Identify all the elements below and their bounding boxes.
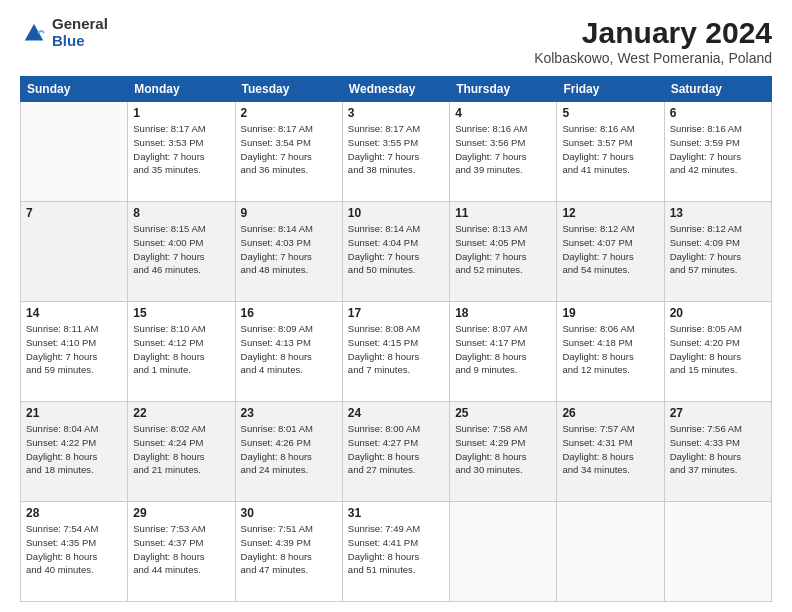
day-info: Sunrise: 7:58 AM Sunset: 4:29 PM Dayligh… [455,422,551,477]
day-info: Sunrise: 7:56 AM Sunset: 4:33 PM Dayligh… [670,422,766,477]
table-cell: 21Sunrise: 8:04 AM Sunset: 4:22 PM Dayli… [21,402,128,502]
logo-general: General [52,16,108,33]
day-number: 11 [455,206,551,220]
calendar-table: Sunday Monday Tuesday Wednesday Thursday… [20,76,772,602]
day-number: 2 [241,106,337,120]
col-tuesday: Tuesday [235,77,342,102]
table-cell: 26Sunrise: 7:57 AM Sunset: 4:31 PM Dayli… [557,402,664,502]
table-cell: 19Sunrise: 8:06 AM Sunset: 4:18 PM Dayli… [557,302,664,402]
day-number: 31 [348,506,444,520]
day-number: 18 [455,306,551,320]
table-cell: 25Sunrise: 7:58 AM Sunset: 4:29 PM Dayli… [450,402,557,502]
table-cell: 9Sunrise: 8:14 AM Sunset: 4:03 PM Daylig… [235,202,342,302]
day-info: Sunrise: 8:16 AM Sunset: 3:57 PM Dayligh… [562,122,658,177]
table-cell [450,502,557,602]
day-info: Sunrise: 8:12 AM Sunset: 4:09 PM Dayligh… [670,222,766,277]
day-info: Sunrise: 8:14 AM Sunset: 4:03 PM Dayligh… [241,222,337,277]
logo-icon [20,19,48,47]
day-number: 17 [348,306,444,320]
table-cell: 27Sunrise: 7:56 AM Sunset: 4:33 PM Dayli… [664,402,771,502]
day-number: 20 [670,306,766,320]
col-thursday: Thursday [450,77,557,102]
day-number: 21 [26,406,122,420]
day-number: 14 [26,306,122,320]
day-info: Sunrise: 8:07 AM Sunset: 4:17 PM Dayligh… [455,322,551,377]
table-cell: 17Sunrise: 8:08 AM Sunset: 4:15 PM Dayli… [342,302,449,402]
table-cell: 15Sunrise: 8:10 AM Sunset: 4:12 PM Dayli… [128,302,235,402]
day-number: 5 [562,106,658,120]
table-cell: 30Sunrise: 7:51 AM Sunset: 4:39 PM Dayli… [235,502,342,602]
day-number: 6 [670,106,766,120]
day-number: 25 [455,406,551,420]
day-info: Sunrise: 8:17 AM Sunset: 3:53 PM Dayligh… [133,122,229,177]
table-cell: 14Sunrise: 8:11 AM Sunset: 4:10 PM Dayli… [21,302,128,402]
col-wednesday: Wednesday [342,77,449,102]
day-number: 24 [348,406,444,420]
month-title: January 2024 [534,16,772,50]
day-info: Sunrise: 8:12 AM Sunset: 4:07 PM Dayligh… [562,222,658,277]
day-number: 28 [26,506,122,520]
table-cell: 13Sunrise: 8:12 AM Sunset: 4:09 PM Dayli… [664,202,771,302]
day-info: Sunrise: 8:11 AM Sunset: 4:10 PM Dayligh… [26,322,122,377]
day-number: 12 [562,206,658,220]
day-info: Sunrise: 8:05 AM Sunset: 4:20 PM Dayligh… [670,322,766,377]
table-row: 78Sunrise: 8:15 AM Sunset: 4:00 PM Dayli… [21,202,772,302]
day-info: Sunrise: 8:15 AM Sunset: 4:00 PM Dayligh… [133,222,229,277]
day-info: Sunrise: 8:01 AM Sunset: 4:26 PM Dayligh… [241,422,337,477]
table-cell [664,502,771,602]
day-number: 19 [562,306,658,320]
day-info: Sunrise: 8:17 AM Sunset: 3:54 PM Dayligh… [241,122,337,177]
day-info: Sunrise: 8:06 AM Sunset: 4:18 PM Dayligh… [562,322,658,377]
page: General Blue January 2024 Kolbaskowo, We… [0,0,792,612]
day-number: 13 [670,206,766,220]
table-cell: 31Sunrise: 7:49 AM Sunset: 4:41 PM Dayli… [342,502,449,602]
day-info: Sunrise: 7:51 AM Sunset: 4:39 PM Dayligh… [241,522,337,577]
day-number: 26 [562,406,658,420]
day-info: Sunrise: 8:14 AM Sunset: 4:04 PM Dayligh… [348,222,444,277]
table-cell: 4Sunrise: 8:16 AM Sunset: 3:56 PM Daylig… [450,102,557,202]
table-cell: 5Sunrise: 8:16 AM Sunset: 3:57 PM Daylig… [557,102,664,202]
table-cell: 6Sunrise: 8:16 AM Sunset: 3:59 PM Daylig… [664,102,771,202]
table-cell: 18Sunrise: 8:07 AM Sunset: 4:17 PM Dayli… [450,302,557,402]
day-info: Sunrise: 7:54 AM Sunset: 4:35 PM Dayligh… [26,522,122,577]
table-row: 28Sunrise: 7:54 AM Sunset: 4:35 PM Dayli… [21,502,772,602]
day-number: 8 [133,206,229,220]
day-number: 30 [241,506,337,520]
day-info: Sunrise: 8:09 AM Sunset: 4:13 PM Dayligh… [241,322,337,377]
table-row: 14Sunrise: 8:11 AM Sunset: 4:10 PM Dayli… [21,302,772,402]
day-info: Sunrise: 8:17 AM Sunset: 3:55 PM Dayligh… [348,122,444,177]
day-info: Sunrise: 8:02 AM Sunset: 4:24 PM Dayligh… [133,422,229,477]
header: General Blue January 2024 Kolbaskowo, We… [20,16,772,66]
day-number: 22 [133,406,229,420]
col-monday: Monday [128,77,235,102]
title-block: January 2024 Kolbaskowo, West Pomerania,… [534,16,772,66]
header-row: Sunday Monday Tuesday Wednesday Thursday… [21,77,772,102]
day-info: Sunrise: 8:04 AM Sunset: 4:22 PM Dayligh… [26,422,122,477]
table-cell: 10Sunrise: 8:14 AM Sunset: 4:04 PM Dayli… [342,202,449,302]
table-cell [557,502,664,602]
day-info: Sunrise: 8:16 AM Sunset: 3:59 PM Dayligh… [670,122,766,177]
table-cell: 29Sunrise: 7:53 AM Sunset: 4:37 PM Dayli… [128,502,235,602]
table-cell: 28Sunrise: 7:54 AM Sunset: 4:35 PM Dayli… [21,502,128,602]
day-info: Sunrise: 8:16 AM Sunset: 3:56 PM Dayligh… [455,122,551,177]
table-cell: 7 [21,202,128,302]
table-row: 1Sunrise: 8:17 AM Sunset: 3:53 PM Daylig… [21,102,772,202]
day-number: 29 [133,506,229,520]
table-cell: 24Sunrise: 8:00 AM Sunset: 4:27 PM Dayli… [342,402,449,502]
day-info: Sunrise: 7:53 AM Sunset: 4:37 PM Dayligh… [133,522,229,577]
day-info: Sunrise: 7:49 AM Sunset: 4:41 PM Dayligh… [348,522,444,577]
col-sunday: Sunday [21,77,128,102]
table-cell [21,102,128,202]
day-number: 3 [348,106,444,120]
table-cell: 22Sunrise: 8:02 AM Sunset: 4:24 PM Dayli… [128,402,235,502]
table-cell: 11Sunrise: 8:13 AM Sunset: 4:05 PM Dayli… [450,202,557,302]
day-info: Sunrise: 8:10 AM Sunset: 4:12 PM Dayligh… [133,322,229,377]
day-number: 15 [133,306,229,320]
day-number: 23 [241,406,337,420]
table-cell: 3Sunrise: 8:17 AM Sunset: 3:55 PM Daylig… [342,102,449,202]
table-cell: 20Sunrise: 8:05 AM Sunset: 4:20 PM Dayli… [664,302,771,402]
logo: General Blue [20,16,108,49]
location-subtitle: Kolbaskowo, West Pomerania, Poland [534,50,772,66]
table-cell: 8Sunrise: 8:15 AM Sunset: 4:00 PM Daylig… [128,202,235,302]
day-number: 16 [241,306,337,320]
